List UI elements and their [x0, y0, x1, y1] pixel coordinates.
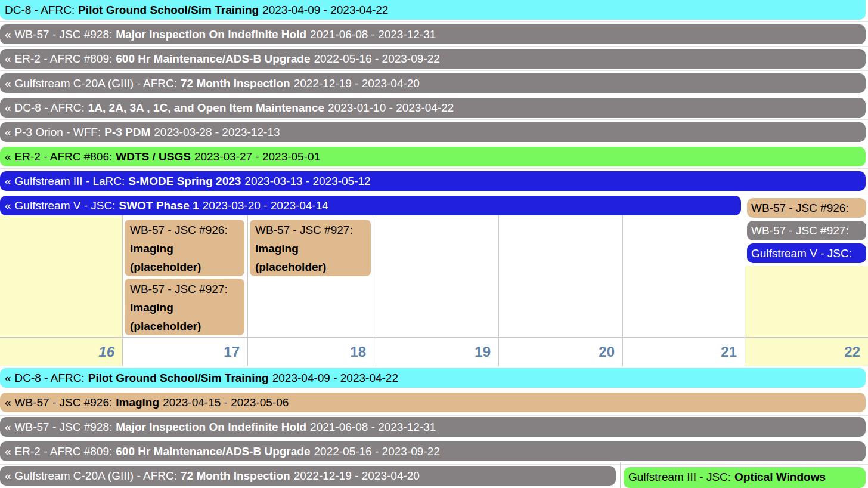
row-line — [0, 46, 868, 47]
event-bar-er2-806-wdts-usgs[interactable]: «ER-2 - AFRC #806:WDTS / USGS2023-03-27 … — [0, 147, 866, 166]
event-aircraft: Gulfstream III - JSC: — [628, 471, 731, 483]
event-aircraft: DC-8 - AFRC: — [15, 101, 85, 114]
day-cell-19[interactable] — [374, 215, 498, 337]
row-line — [0, 168, 868, 169]
event-dates: 2023-03-27 - 2023-05-01 — [194, 150, 320, 163]
day-number-20: 20 — [499, 338, 622, 366]
day-number-16: 16 — [0, 338, 122, 366]
event-block-line2: Imaging — [130, 239, 239, 258]
event-mission: Major Inspection On Indefinite Hold — [116, 421, 306, 433]
continues-left-icon: « — [5, 126, 11, 138]
flight-schedule-calendar: DC-8 - AFRC:Pilot Ground School/Sim Trai… — [0, 0, 868, 488]
event-bar-p3-pdm[interactable]: «P-3 Orion - WFF:P-3 PDM2023-03-28 - 202… — [0, 122, 866, 142]
event-aircraft: ER-2 - AFRC #806: — [15, 150, 113, 163]
event-block-line3: (placeholder) — [130, 317, 239, 335]
event-dates: 2023-01-10 - 2023-04-22 — [328, 101, 454, 114]
event-dates: 2023-03-13 - 2023-05-12 — [244, 175, 370, 187]
event-bar-giii-smode-spring[interactable]: «Gulfstream III - LaRC:S-MODE Spring 202… — [0, 171, 866, 191]
event-mission: WDTS / USGS — [116, 150, 191, 163]
event-aircraft: DC-8 - AFRC: — [15, 372, 85, 384]
event-aircraft: DC-8 - AFRC: — [5, 4, 75, 16]
edge-bar-wb57-926[interactable]: WB-57 - JSC #926: — [747, 198, 866, 218]
event-bar-er2-809-maintenance-wk2[interactable]: «ER-2 - AFRC #809:600 Hr Maintenance/ADS… — [0, 441, 866, 461]
event-dates: 2023-04-09 - 2023-04-22 — [262, 4, 388, 16]
event-block-wb57-927-imaging-day18[interactable]: WB-57 - JSC #927: Imaging (placeholder) — [250, 220, 371, 276]
event-aircraft: WB-57 - JSC #928: — [15, 28, 113, 41]
event-aircraft: WB-57 - JSC #928: — [15, 421, 113, 433]
event-dates: 2021-06-08 - 2023-12-31 — [310, 421, 436, 433]
event-mission: S-MODE Spring 2023 — [128, 175, 241, 187]
continues-left-icon: « — [5, 421, 11, 433]
row-line — [0, 464, 868, 465]
event-block-line3: (placeholder) — [130, 258, 239, 276]
event-mission: P-3 PDM — [104, 126, 150, 138]
event-aircraft: Gulfstream V - JSC: — [15, 199, 116, 212]
event-mission: 72 Month Inspection — [181, 470, 290, 482]
event-dates: 2022-12-19 - 2023-04-20 — [294, 470, 420, 482]
day-cell-20[interactable] — [499, 215, 622, 337]
row-line — [0, 70, 868, 71]
event-block-line2: Imaging — [255, 239, 365, 258]
continues-left-icon: « — [5, 199, 11, 212]
event-aircraft: ER-2 - AFRC #809: — [15, 445, 113, 458]
event-dates: 2023-04-09 - 2023-04-22 — [272, 372, 398, 384]
event-aircraft: Gulfstream V - JSC: — [751, 247, 852, 260]
event-bar-wb57-926-imaging-wk2[interactable]: «WB-57 - JSC #926:Imaging2023-04-15 - 20… — [0, 393, 866, 412]
event-mission: 600 Hr Maintenance/ADS-B Upgrade — [116, 52, 310, 65]
continues-left-icon: « — [5, 52, 11, 65]
event-bar-dc8-pilot-ground-school-wk2[interactable]: «DC-8 - AFRC:Pilot Ground School/Sim Tra… — [0, 368, 866, 388]
event-bar-dc8-open-item-maintenance[interactable]: «DC-8 - AFRC:1A, 2A, 3A , 1C, and Open I… — [0, 98, 866, 118]
day-number-21: 21 — [623, 338, 745, 366]
event-bar-wb57-928-major-inspection-wk2[interactable]: «WB-57 - JSC #928:Major Inspection On In… — [0, 417, 866, 437]
day-number-22: 22 — [745, 338, 868, 366]
event-block-line1: WB-57 - JSC #926: — [130, 221, 239, 239]
event-bar-dc8-pilot-ground-school[interactable]: DC-8 - AFRC:Pilot Ground School/Sim Trai… — [0, 0, 866, 20]
event-mission: 72 Month Inspection — [181, 77, 290, 89]
event-bar-c20a-72-month-inspection-wk2[interactable]: «Gulfstream C-20A (GIII) - AFRC:72 Month… — [0, 466, 616, 486]
event-mission: Pilot Ground School/Sim Training — [88, 372, 269, 384]
event-dates: 2023-04-15 - 2023-05-06 — [163, 396, 289, 409]
event-block-line3: (placeholder) — [255, 258, 365, 276]
event-mission: 600 Hr Maintenance/ADS-B Upgrade — [116, 445, 310, 458]
row-line — [0, 95, 868, 95]
continues-left-icon: « — [5, 101, 11, 114]
event-dates: 2023-03-20 - 2023-04-14 — [203, 199, 328, 212]
event-block-line1: WB-57 - JSC #927: — [130, 280, 239, 298]
day-cell-22-weekend-fill — [745, 266, 868, 337]
edge-bar-gulfstream-v[interactable]: Gulfstream V - JSC: — [747, 243, 866, 263]
event-bar-er2-809-maintenance[interactable]: «ER-2 - AFRC #809:600 Hr Maintenance/ADS… — [0, 49, 866, 69]
event-dates: 2022-12-19 - 2023-04-20 — [294, 77, 420, 89]
number-row-bottom-line — [0, 366, 868, 366]
event-bar-wb57-928-major-inspection[interactable]: «WB-57 - JSC #928:Major Inspection On In… — [0, 24, 866, 44]
row-line — [0, 119, 868, 120]
event-dates: 2023-03-28 - 2023-12-13 — [154, 126, 280, 138]
continues-left-icon: « — [5, 175, 11, 187]
event-mission: Imaging — [116, 396, 159, 409]
event-aircraft: Gulfstream III - LaRC: — [15, 175, 125, 187]
edge-bar-wb57-927[interactable]: WB-57 - JSC #927: — [747, 221, 866, 240]
event-block-wb57-927-imaging[interactable]: WB-57 - JSC #927: Imaging (placeholder) — [125, 279, 244, 335]
event-dates: 2022-05-16 - 2023-09-22 — [314, 52, 440, 65]
continues-left-icon: « — [5, 372, 11, 384]
day-number-19: 19 — [374, 338, 498, 366]
event-mission: Optical Windows — [734, 471, 826, 483]
continues-left-icon: « — [5, 28, 11, 41]
continues-left-icon: « — [5, 77, 11, 89]
grid-line-20-21-lower — [620, 462, 621, 488]
day-number-18: 18 — [248, 338, 374, 366]
day-number-17: 17 — [123, 338, 247, 366]
day-cell-21[interactable] — [623, 215, 745, 337]
event-mission: 1A, 2A, 3A , 1C, and Open Item Maintenan… — [88, 101, 324, 114]
event-bar-giii-optical-windows[interactable]: Gulfstream III - JSC:Optical Windows — [624, 467, 866, 488]
event-bar-c20a-72-month-inspection[interactable]: «Gulfstream C-20A (GIII) - AFRC:72 Month… — [0, 73, 866, 93]
continues-left-icon: « — [5, 445, 11, 458]
event-bar-gv-swot-phase1[interactable]: «Gulfstream V - JSC:SWOT Phase 12023-03-… — [0, 196, 741, 215]
event-block-line1: WB-57 - JSC #927: — [255, 221, 365, 239]
event-block-wb57-926-imaging[interactable]: WB-57 - JSC #926: Imaging (placeholder) — [125, 220, 244, 276]
day-cell-16[interactable] — [0, 215, 122, 337]
event-block-line2: Imaging — [130, 298, 239, 317]
event-aircraft: WB-57 - JSC #926: — [15, 396, 113, 409]
event-mission: Pilot Ground School/Sim Training — [78, 4, 259, 16]
event-aircraft: WB-57 - JSC #927: — [751, 224, 849, 237]
event-mission: Major Inspection On Indefinite Hold — [116, 28, 306, 41]
